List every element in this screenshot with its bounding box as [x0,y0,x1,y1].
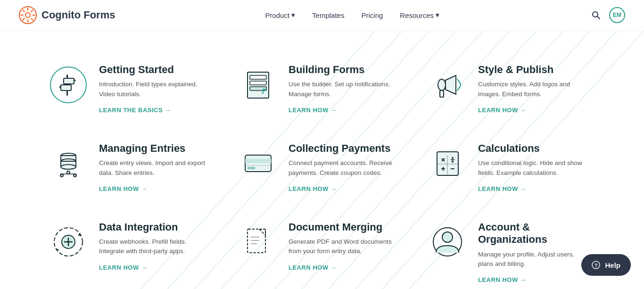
card-style-publish: Style & Publish Customize styles. Add lo… [417,50,606,128]
help-icon: ? [592,261,600,269]
search-button[interactable] [589,8,603,22]
user-avatar[interactable]: EM [609,7,625,23]
nav-resources[interactable]: Resources ▾ [393,7,446,23]
svg-point-77 [442,232,453,242]
managing-entries-link[interactable]: LEARN HOW → [99,185,147,192]
nav-links: Product ▾ Templates Pricing Resources ▾ [258,7,446,23]
svg-line-11 [597,17,600,19]
collecting-payments-link[interactable]: LEARN HOW → [289,185,337,192]
help-button[interactable]: ? Help [581,254,631,276]
data-integration-content: Data Integration Create webhooks. Prefil… [99,221,208,272]
chevron-down-icon: ▾ [291,11,295,19]
svg-line-72 [259,229,265,235]
style-publish-desc: Customize styles. Add logos and images. … [478,80,587,99]
account-organizations-content: Account & Organizations Manage your prof… [478,221,587,284]
data-integration-desc: Create webhooks. Prefill fields. Integra… [99,237,208,256]
document-merging-desc: Generate PDF and Word documents from you… [289,237,398,256]
style-publish-link[interactable]: LEARN HOW → [478,107,526,114]
collecting-payments-content: Collecting Payments Connect payment acco… [289,142,398,193]
building-forms-title: Building Forms [289,64,398,76]
getting-started-link[interactable]: LEARN THE BASICS → [99,107,171,114]
svg-point-43 [67,171,70,174]
managing-entries-icon [47,142,90,185]
logo-link[interactable]: Cognito Forms [19,6,115,24]
card-account-organizations: Account & Organizations Manage your prof… [417,207,606,289]
account-organizations-title: Account & Organizations [478,221,587,246]
collecting-payments-icon [237,142,279,185]
building-forms-content: Building Forms Use the builder. Set up n… [289,64,398,114]
svg-point-59 [452,161,454,163]
nav-templates[interactable]: Templates [305,8,351,23]
svg-point-58 [452,157,454,159]
card-data-integration: Data Integration Create webhooks. Prefil… [38,207,227,289]
managing-entries-content: Managing Entries Create entry views. Imp… [99,142,208,193]
account-organizations-desc: Manage your profile. Adjust users, plans… [478,250,587,269]
svg-point-36 [438,79,446,91]
data-integration-icon [47,221,90,264]
card-collecting-payments: Collecting Payments Connect payment acco… [227,128,417,207]
search-icon [591,10,601,20]
cards-grid: Getting Started Introduction. Field type… [38,50,606,289]
svg-rect-37 [440,91,444,97]
nav-product[interactable]: Product ▾ [258,7,302,23]
main-content: Getting Started Introduction. Field type… [0,31,644,289]
calculations-title: Calculations [478,142,587,155]
getting-started-icon [47,64,90,106]
chevron-down-icon-resources: ▾ [436,11,439,19]
logo-text: Cognito Forms [41,9,115,21]
managing-entries-title: Managing Entries [99,142,208,155]
style-publish-icon [426,64,469,106]
card-getting-started: Getting Started Introduction. Field type… [38,50,227,128]
calculations-content: Calculations Use conditional logic. Hide… [478,142,587,193]
card-managing-entries: Managing Entries Create entry views. Imp… [38,128,227,207]
collecting-payments-desc: Connect payment accounts. Receive paymen… [289,158,398,178]
building-forms-icon [237,64,279,106]
document-merging-content: Document Merging Generate PDF and Word d… [289,221,398,272]
data-integration-link[interactable]: LEARN HOW → [99,264,147,271]
card-calculations: Calculations Use conditional logic. Hide… [417,128,606,207]
account-organizations-link[interactable]: LEARN HOW → [478,276,526,283]
svg-text:?: ? [594,263,598,268]
document-merging-title: Document Merging [289,221,398,233]
nav-actions: EM [589,7,625,23]
account-icon [426,221,469,264]
help-label: Help [605,261,620,269]
document-merging-link[interactable]: LEARN HOW → [289,264,337,271]
svg-rect-31 [250,81,266,85]
managing-entries-desc: Create entry views. Import and export da… [99,158,208,178]
document-merging-icon [237,221,279,264]
svg-rect-53 [248,167,255,169]
svg-point-42 [61,165,76,169]
svg-rect-27 [61,85,71,91]
logo-icon [19,6,37,24]
getting-started-content: Getting Started Introduction. Field type… [99,64,208,114]
card-building-forms: Building Forms Use the builder. Set up n… [227,50,417,128]
svg-rect-51 [245,159,271,163]
collecting-payments-title: Collecting Payments [289,142,398,155]
svg-rect-30 [250,75,266,79]
nav-pricing[interactable]: Pricing [355,8,389,23]
calculations-link[interactable]: LEARN HOW → [478,185,526,192]
getting-started-title: Getting Started [99,64,208,76]
building-forms-link[interactable]: LEARN HOW → [289,107,337,114]
svg-rect-25 [64,78,74,84]
style-publish-title: Style & Publish [478,64,587,76]
card-document-merging: Document Merging Generate PDF and Word d… [227,207,417,289]
building-forms-desc: Use the builder. Set up notifications. M… [289,80,398,99]
calculations-icon [426,142,469,185]
data-integration-title: Data Integration [99,221,208,233]
getting-started-desc: Introduction. Field types explained. Vid… [99,80,208,99]
style-publish-content: Style & Publish Customize styles. Add lo… [478,64,587,114]
navbar: Cognito Forms Product ▾ Templates Pricin… [0,0,644,31]
calculations-desc: Use conditional logic. Hide and show fie… [478,158,587,178]
